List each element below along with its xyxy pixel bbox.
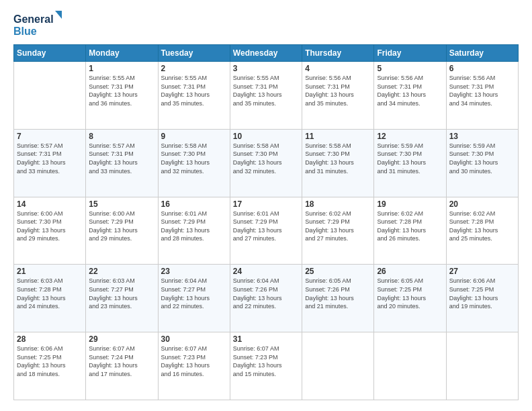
calendar-week-row: 7Sunrise: 5:57 AM Sunset: 7:31 PM Daylig… (14, 129, 519, 197)
day-number: 27 (449, 267, 515, 276)
calendar-cell: 28Sunrise: 6:06 AM Sunset: 7:25 PM Dayli… (14, 332, 86, 400)
weekday-header-thursday: Thursday (302, 45, 374, 62)
calendar-week-row: 14Sunrise: 6:00 AM Sunset: 7:30 PM Dayli… (14, 197, 519, 265)
day-number: 3 (233, 64, 299, 73)
day-info: Sunrise: 6:01 AM Sunset: 7:29 PM Dayligh… (233, 210, 299, 243)
day-number: 30 (161, 334, 227, 344)
day-number: 1 (89, 64, 154, 73)
calendar-cell: 10Sunrise: 5:58 AM Sunset: 7:30 PM Dayli… (230, 129, 302, 197)
calendar-week-row: 1Sunrise: 5:55 AM Sunset: 7:31 PM Daylig… (14, 62, 519, 130)
day-info: Sunrise: 6:07 AM Sunset: 7:24 PM Dayligh… (89, 345, 154, 378)
day-info: Sunrise: 6:04 AM Sunset: 7:27 PM Dayligh… (161, 277, 227, 310)
day-info: Sunrise: 6:07 AM Sunset: 7:23 PM Dayligh… (233, 345, 299, 378)
calendar-cell: 30Sunrise: 6:07 AM Sunset: 7:23 PM Dayli… (158, 332, 230, 400)
calendar-cell (374, 332, 446, 400)
day-info: Sunrise: 5:58 AM Sunset: 7:30 PM Dayligh… (233, 142, 299, 175)
day-info: Sunrise: 6:02 AM Sunset: 7:28 PM Dayligh… (449, 210, 515, 243)
calendar-table: SundayMondayTuesdayWednesdayThursdayFrid… (13, 44, 519, 400)
calendar-cell: 23Sunrise: 6:04 AM Sunset: 7:27 PM Dayli… (158, 265, 230, 332)
weekday-header-saturday: Saturday (446, 45, 518, 62)
weekday-header-row: SundayMondayTuesdayWednesdayThursdayFrid… (14, 45, 519, 62)
day-info: Sunrise: 5:55 AM Sunset: 7:31 PM Dayligh… (161, 74, 227, 107)
day-number: 9 (161, 132, 227, 141)
day-number: 11 (305, 132, 371, 141)
day-info: Sunrise: 5:57 AM Sunset: 7:31 PM Dayligh… (89, 142, 154, 175)
calendar-cell: 21Sunrise: 6:03 AM Sunset: 7:28 PM Dayli… (14, 265, 86, 332)
day-info: Sunrise: 6:04 AM Sunset: 7:26 PM Dayligh… (233, 277, 299, 310)
header: GeneralBlue (13, 11, 519, 38)
day-info: Sunrise: 6:02 AM Sunset: 7:29 PM Dayligh… (305, 210, 371, 243)
day-number: 24 (233, 267, 299, 276)
calendar-week-row: 28Sunrise: 6:06 AM Sunset: 7:25 PM Dayli… (14, 332, 519, 400)
day-info: Sunrise: 5:56 AM Sunset: 7:31 PM Dayligh… (449, 74, 515, 107)
calendar-cell: 31Sunrise: 6:07 AM Sunset: 7:23 PM Dayli… (230, 332, 302, 400)
day-number: 31 (233, 334, 299, 344)
day-number: 22 (89, 267, 154, 276)
day-info: Sunrise: 6:06 AM Sunset: 7:25 PM Dayligh… (17, 345, 83, 378)
day-number: 28 (17, 334, 83, 344)
calendar-cell: 1Sunrise: 5:55 AM Sunset: 7:31 PM Daylig… (86, 62, 158, 130)
day-info: Sunrise: 6:05 AM Sunset: 7:26 PM Dayligh… (305, 277, 371, 310)
calendar-cell: 7Sunrise: 5:57 AM Sunset: 7:31 PM Daylig… (14, 129, 86, 197)
day-number: 17 (233, 199, 299, 209)
day-info: Sunrise: 6:00 AM Sunset: 7:29 PM Dayligh… (89, 210, 154, 243)
calendar-cell: 5Sunrise: 5:56 AM Sunset: 7:31 PM Daylig… (374, 62, 446, 130)
svg-text:Blue: Blue (13, 26, 37, 37)
calendar-cell (446, 332, 518, 400)
calendar-cell: 9Sunrise: 5:58 AM Sunset: 7:30 PM Daylig… (158, 129, 230, 197)
day-info: Sunrise: 5:58 AM Sunset: 7:30 PM Dayligh… (161, 142, 227, 175)
calendar-cell: 17Sunrise: 6:01 AM Sunset: 7:29 PM Dayli… (230, 197, 302, 265)
day-info: Sunrise: 6:02 AM Sunset: 7:28 PM Dayligh… (377, 210, 443, 243)
day-number: 12 (377, 132, 443, 141)
day-number: 5 (377, 64, 443, 73)
calendar-cell: 24Sunrise: 6:04 AM Sunset: 7:26 PM Dayli… (230, 265, 302, 332)
day-info: Sunrise: 5:56 AM Sunset: 7:31 PM Dayligh… (377, 74, 443, 107)
day-info: Sunrise: 6:01 AM Sunset: 7:29 PM Dayligh… (161, 210, 227, 243)
day-number: 6 (449, 64, 515, 73)
weekday-header-tuesday: Tuesday (158, 45, 230, 62)
calendar-cell: 16Sunrise: 6:01 AM Sunset: 7:29 PM Dayli… (158, 197, 230, 265)
calendar-cell: 29Sunrise: 6:07 AM Sunset: 7:24 PM Dayli… (86, 332, 158, 400)
day-number: 20 (449, 199, 515, 209)
calendar-cell: 12Sunrise: 5:59 AM Sunset: 7:30 PM Dayli… (374, 129, 446, 197)
weekday-header-monday: Monday (86, 45, 158, 62)
svg-marker-2 (55, 11, 62, 19)
calendar-cell: 3Sunrise: 5:55 AM Sunset: 7:31 PM Daylig… (230, 62, 302, 130)
calendar-cell: 14Sunrise: 6:00 AM Sunset: 7:30 PM Dayli… (14, 197, 86, 265)
day-number: 25 (305, 267, 371, 276)
logo-icon: GeneralBlue (13, 11, 67, 38)
day-info: Sunrise: 6:07 AM Sunset: 7:23 PM Dayligh… (161, 345, 227, 378)
day-info: Sunrise: 5:59 AM Sunset: 7:30 PM Dayligh… (449, 142, 515, 175)
day-info: Sunrise: 6:03 AM Sunset: 7:27 PM Dayligh… (89, 277, 154, 310)
weekday-header-wednesday: Wednesday (230, 45, 302, 62)
day-number: 23 (161, 267, 227, 276)
calendar-cell (302, 332, 374, 400)
day-info: Sunrise: 5:56 AM Sunset: 7:31 PM Dayligh… (305, 74, 371, 107)
weekday-header-sunday: Sunday (14, 45, 86, 62)
logo: GeneralBlue (13, 11, 67, 38)
day-number: 7 (17, 132, 83, 141)
calendar-week-row: 21Sunrise: 6:03 AM Sunset: 7:28 PM Dayli… (14, 265, 519, 332)
day-info: Sunrise: 5:55 AM Sunset: 7:31 PM Dayligh… (89, 74, 154, 107)
weekday-header-friday: Friday (374, 45, 446, 62)
day-number: 14 (17, 199, 83, 209)
day-info: Sunrise: 6:06 AM Sunset: 7:25 PM Dayligh… (449, 277, 515, 310)
day-number: 19 (377, 199, 443, 209)
calendar-cell: 27Sunrise: 6:06 AM Sunset: 7:25 PM Dayli… (446, 265, 518, 332)
day-number: 8 (89, 132, 154, 141)
svg-text:General: General (13, 13, 54, 25)
calendar-cell: 6Sunrise: 5:56 AM Sunset: 7:31 PM Daylig… (446, 62, 518, 130)
calendar-cell: 25Sunrise: 6:05 AM Sunset: 7:26 PM Dayli… (302, 265, 374, 332)
day-info: Sunrise: 6:03 AM Sunset: 7:28 PM Dayligh… (17, 277, 83, 310)
day-info: Sunrise: 6:05 AM Sunset: 7:25 PM Dayligh… (377, 277, 443, 310)
calendar-cell: 13Sunrise: 5:59 AM Sunset: 7:30 PM Dayli… (446, 129, 518, 197)
day-number: 16 (161, 199, 227, 209)
calendar-cell: 20Sunrise: 6:02 AM Sunset: 7:28 PM Dayli… (446, 197, 518, 265)
calendar-cell: 2Sunrise: 5:55 AM Sunset: 7:31 PM Daylig… (158, 62, 230, 130)
day-info: Sunrise: 5:55 AM Sunset: 7:31 PM Dayligh… (233, 74, 299, 107)
day-info: Sunrise: 5:57 AM Sunset: 7:31 PM Dayligh… (17, 142, 83, 175)
day-number: 2 (161, 64, 227, 73)
day-number: 18 (305, 199, 371, 209)
day-number: 26 (377, 267, 443, 276)
calendar-cell: 22Sunrise: 6:03 AM Sunset: 7:27 PM Dayli… (86, 265, 158, 332)
